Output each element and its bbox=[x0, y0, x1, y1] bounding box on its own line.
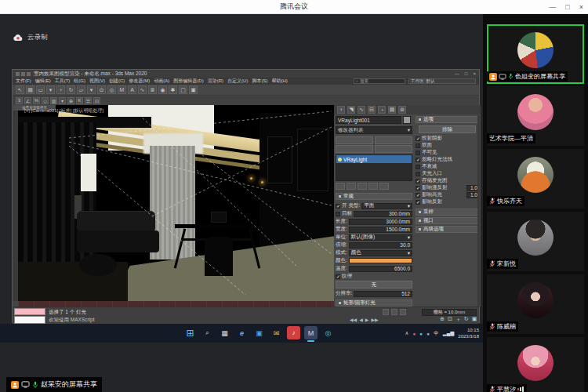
isolate-selection-icon[interactable]: ⊡ bbox=[93, 97, 100, 104]
zoom-button[interactable]: ⊕ bbox=[440, 316, 445, 324]
maximize-viewport-button[interactable]: ▣ bbox=[472, 316, 477, 324]
length-field[interactable]: 3000.0mm bbox=[349, 219, 412, 225]
pin-stack-button[interactable] bbox=[336, 183, 345, 190]
mirror-tool-icon[interactable]: M bbox=[118, 85, 126, 94]
browser-app-icon[interactable]: ◎ bbox=[321, 326, 335, 339]
option-row[interactable]: 投射阴影 bbox=[416, 135, 479, 142]
material-editor-icon[interactable]: ◉ bbox=[158, 85, 167, 94]
create-tab-icon[interactable]: ◥ bbox=[347, 106, 355, 114]
previous-frame-button[interactable]: ◀ bbox=[359, 317, 363, 322]
multiplier-field[interactable]: 30.0 bbox=[349, 242, 412, 249]
resolution-field[interactable]: 512 bbox=[354, 291, 412, 297]
next-frame-button[interactable]: ▶▶ bbox=[371, 317, 378, 322]
stack-button[interactable] bbox=[375, 145, 412, 153]
exclude-button[interactable]: 排除 bbox=[419, 125, 476, 133]
network-icon[interactable]: ▂▄▆ bbox=[443, 330, 455, 336]
align-tool-icon[interactable]: A bbox=[128, 85, 136, 94]
reference-coordinate-icon[interactable]: ▾ bbox=[87, 85, 96, 94]
menu-item[interactable]: 组(G) bbox=[74, 78, 85, 85]
participant-tile[interactable]: 平慧汐 bbox=[487, 337, 584, 392]
tray-app-icon-1[interactable]: ● bbox=[412, 331, 416, 336]
selection-filter-icon[interactable]: ▾ bbox=[46, 85, 55, 94]
spinner-snap-icon[interactable]: ◇ bbox=[42, 97, 49, 104]
zoom-extents-button[interactable]: ⊡ bbox=[448, 316, 452, 324]
stack-button[interactable] bbox=[336, 145, 373, 153]
task-view-button[interactable]: ▦ bbox=[218, 326, 231, 339]
curve-editor-icon[interactable]: ∿ bbox=[138, 85, 147, 94]
mode-dropdown[interactable]: 颜色▾ bbox=[349, 250, 412, 256]
search-box[interactable]: ⌕ 搜索 bbox=[354, 78, 405, 84]
keyboard-override-icon[interactable]: K bbox=[76, 97, 83, 104]
move-tool-icon[interactable]: ＋ bbox=[56, 85, 65, 94]
tray-chevron-icon[interactable]: ∧ bbox=[405, 330, 409, 336]
graphite-tools-icon[interactable]: ☰ bbox=[85, 97, 92, 104]
option-row[interactable]: 不可见 bbox=[416, 149, 479, 156]
participant-tile[interactable]: 色姐变的屏幕共享 bbox=[487, 24, 584, 84]
selection-region-icon[interactable]: ▭ bbox=[36, 85, 45, 94]
menu-item[interactable]: 渲染(R) bbox=[208, 78, 223, 85]
texture-checkbox[interactable] bbox=[336, 274, 340, 279]
participant-tile[interactable]: 艺术学院—平清 bbox=[487, 86, 584, 146]
edge-icon[interactable]: e bbox=[235, 326, 249, 339]
minimize-button[interactable]: — bbox=[549, 3, 556, 11]
meeting-app-icon[interactable]: ▣ bbox=[252, 326, 266, 339]
tray-app-icon-3[interactable]: ● bbox=[426, 331, 430, 336]
units-dropdown[interactable]: 默认(图像)▾ bbox=[349, 234, 412, 241]
target-checkbox[interactable] bbox=[336, 212, 340, 216]
layer-manager-icon[interactable]: ≣ bbox=[148, 85, 157, 94]
ime-indicator[interactable]: 中 bbox=[434, 330, 439, 337]
rotate-tool-icon[interactable]: ↻ bbox=[67, 85, 75, 94]
edit-selection-set-icon[interactable]: ▥ bbox=[50, 97, 57, 104]
modifier-stack[interactable]: VRayLight bbox=[336, 154, 412, 181]
rollout-rect-light[interactable]: 矩形/圆形灯光 bbox=[336, 299, 412, 307]
on-checkbox[interactable] bbox=[336, 204, 340, 209]
pivot-center-icon[interactable]: ⊕ bbox=[67, 97, 74, 104]
stack-selected-item[interactable]: VRayLight bbox=[336, 155, 412, 163]
option-row[interactable]: 忽略灯光法线 bbox=[416, 156, 479, 163]
light-color-swatch[interactable] bbox=[349, 258, 412, 263]
participant-tile[interactable]: 陈威楠 bbox=[487, 274, 584, 334]
participant-tile[interactable]: 宋新悦 bbox=[487, 212, 584, 271]
rollout-header[interactable]: 采样 bbox=[416, 209, 479, 216]
play-button[interactable]: ▶ bbox=[365, 317, 369, 322]
texture-none-button[interactable]: 无 bbox=[336, 281, 412, 289]
option-row[interactable]: 存储发光图 bbox=[416, 177, 479, 184]
utilities-tab-icon[interactable]: ⊚ bbox=[398, 106, 406, 114]
menu-item[interactable]: 修改器(M) bbox=[129, 78, 150, 85]
go-to-start-button[interactable]: ◀◀ bbox=[350, 317, 357, 322]
option-row[interactable]: 不衰减 bbox=[416, 163, 479, 170]
menu-item[interactable]: 视图(V) bbox=[89, 78, 105, 85]
temperature-field[interactable]: 6500.0 bbox=[349, 266, 412, 272]
isolate-toggle[interactable] bbox=[383, 309, 389, 315]
coordinate-mode-toggle[interactable] bbox=[400, 309, 406, 315]
maximize-button[interactable]: □ bbox=[565, 3, 569, 11]
tray-app-icon-2[interactable]: ● bbox=[419, 331, 423, 336]
menu-item[interactable]: 动画(A) bbox=[154, 78, 169, 85]
configure-modifier-button[interactable] bbox=[379, 183, 389, 190]
taskbar-clock[interactable]: 10:15 2023/3/18 bbox=[458, 327, 479, 339]
start-button[interactable]: ⊞ bbox=[183, 326, 197, 339]
option-row[interactable]: 影响漫反射 1.0 bbox=[416, 184, 479, 191]
menu-item[interactable]: 脚本(S) bbox=[252, 78, 267, 85]
display-tab-icon[interactable]: ▤ bbox=[388, 106, 396, 114]
participant-tile[interactable]: 快乐齐天 bbox=[487, 149, 584, 209]
rollout-header[interactable]: 视口 bbox=[416, 217, 479, 224]
rollout-general[interactable]: 常规 bbox=[336, 193, 412, 200]
option-row[interactable]: 双面 bbox=[416, 142, 479, 149]
music-app-icon[interactable]: ♪ bbox=[287, 326, 300, 339]
maxscript-mini-recorder[interactable] bbox=[14, 308, 45, 315]
use-pivot-icon[interactable]: ⊙ bbox=[97, 85, 106, 94]
menu-item[interactable]: 创建(C) bbox=[109, 78, 125, 85]
menu-item[interactable]: 文件(F) bbox=[16, 78, 31, 85]
angle-snap-icon[interactable]: ∠ bbox=[24, 97, 31, 104]
option-row[interactable]: 天光入口 bbox=[416, 170, 479, 177]
selection-lock-toggle[interactable] bbox=[391, 309, 397, 315]
search-button[interactable]: ⌕ bbox=[201, 326, 214, 339]
panel-scrollbar[interactable] bbox=[477, 115, 480, 307]
percent-snap-icon[interactable]: % bbox=[33, 97, 40, 104]
pan-button[interactable]: ＋ bbox=[456, 316, 461, 324]
rollout-header[interactable]: 高级选项 bbox=[416, 226, 479, 233]
close-button[interactable]: × bbox=[579, 3, 583, 11]
stack-button[interactable] bbox=[375, 136, 412, 144]
snap-magnet-icon[interactable]: ◎ bbox=[107, 85, 116, 94]
